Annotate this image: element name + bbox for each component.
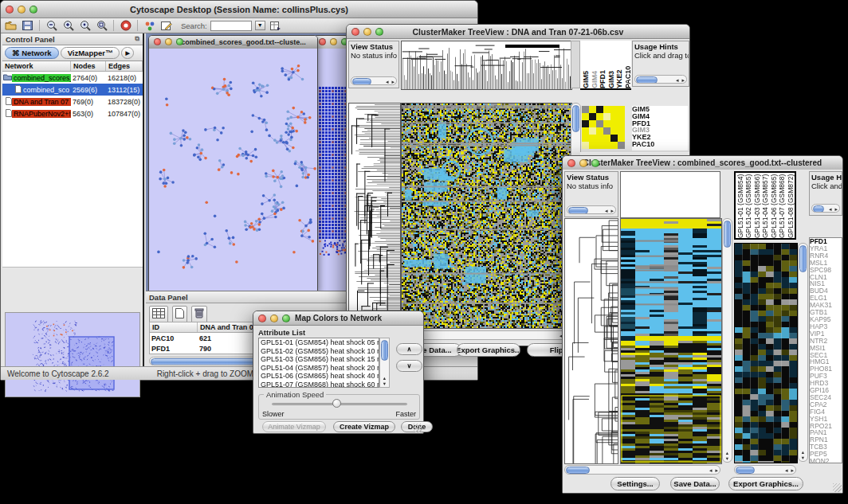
network-col-nodes[interactable]: Nodes [71, 61, 106, 71]
treeview2-title: ClusterMaker TreeView : combined_scores_… [583, 158, 822, 167]
tv1-heatmap-hscrollbar[interactable]: ◂ ▸ [401, 330, 571, 340]
attribute-item[interactable]: GPL51-06 (GSM865) heat shock 40 min [259, 372, 379, 381]
treeview1-titlebar[interactable]: ClusterMaker TreeView : DNA and Tran 07-… [347, 25, 689, 39]
network-name: combined_scores_ [12, 74, 71, 82]
animation-speed-label: Animation Speed [264, 390, 326, 399]
minimize-button[interactable] [165, 38, 172, 45]
data-panel-toolbar [149, 306, 207, 323]
tv1-status-hscrollbar[interactable]: ◂ ▸ [351, 76, 397, 85]
zoom-button[interactable] [282, 315, 290, 322]
zoom-button[interactable] [176, 38, 183, 45]
vizmapper-icon[interactable] [143, 20, 156, 32]
minimize-button[interactable] [363, 28, 371, 36]
network-row[interactable]: RNAPuberNov2+!563(0)107847(0) [2, 107, 143, 119]
network-row[interactable]: combined_sco2569(6)13112(15) [2, 84, 143, 96]
attribute-item[interactable]: GPL51-04 (GSM857) heat shock 20 min [259, 364, 379, 373]
network-col-network[interactable]: Network [2, 61, 71, 71]
resize-grip[interactable] [833, 483, 842, 492]
network-canvas[interactable] [149, 49, 317, 291]
tv1-detail-cell [596, 120, 603, 127]
close-button[interactable] [319, 38, 326, 45]
move-down-button[interactable]: ∨ [396, 360, 422, 372]
close-button[interactable] [351, 28, 359, 36]
tab-network[interactable]: ⌘ Network [5, 47, 59, 59]
search-dropdown-icon[interactable]: ▼ [255, 21, 265, 30]
attribute-item[interactable]: GPL51-07 (GSM868) heat shock 60 min [259, 381, 379, 389]
attribute-list-vscrollbar[interactable]: ▴▾ [379, 338, 390, 388]
tab-vizmapper[interactable]: VizMapper™ [61, 47, 120, 59]
search-input[interactable] [210, 21, 252, 31]
tv1-detail-heatmap[interactable] [582, 106, 625, 149]
tv1-row-label: PAC10 [632, 141, 688, 148]
float-panel-icon[interactable]: ⧉ [135, 35, 139, 43]
slider-thumb[interactable] [332, 399, 341, 408]
dialog-titlebar[interactable]: Map Colors to Network [253, 311, 423, 326]
tv2-column-tree-area[interactable] [620, 171, 720, 218]
close-button[interactable] [258, 315, 266, 322]
tv1-column-dendrogram[interactable] [401, 41, 572, 90]
attribute-grid-icon[interactable] [149, 306, 168, 323]
save-disk-icon[interactable] [21, 20, 34, 32]
tv1-detail-cell [618, 120, 625, 127]
birdseye-canvas[interactable] [6, 313, 139, 397]
zoom-button[interactable] [29, 6, 37, 14]
tv2-gene-dendrogram[interactable] [564, 218, 618, 464]
tv1-gene-dendrogram[interactable] [348, 103, 401, 329]
close-button[interactable] [6, 6, 14, 14]
zoom-fit-icon[interactable] [78, 20, 92, 32]
delete-attribute-icon[interactable] [191, 306, 207, 323]
zoom-button[interactable] [591, 159, 599, 167]
network-col-edges[interactable]: Edges [106, 61, 143, 71]
tv1-heatmap[interactable] [401, 103, 572, 329]
new-attribute-icon[interactable] [172, 306, 187, 323]
attribute-item[interactable]: GPL51-03 (GSM856) heat shock 15 min [259, 355, 379, 364]
tv1-col-label: PFD1 [599, 41, 607, 88]
tv2-status-hscrollbar[interactable]: ◂ ▸ [567, 205, 616, 214]
tab-[interactable]: ▶ [121, 47, 133, 59]
tv1-hints-hscrollbar[interactable]: ◂ ▸ [634, 75, 687, 84]
import-table-icon[interactable] [269, 20, 282, 32]
zoom-out-icon[interactable] [45, 20, 58, 32]
open-folder-icon[interactable] [4, 20, 18, 32]
tv1-detail-cell [618, 113, 625, 120]
network-window[interactable]: combined_scores_good.txt--cluste... [148, 35, 318, 291]
tv2-heatmap-vscrollbar[interactable]: ▴▾ [722, 218, 732, 463]
attribute-item[interactable]: GPL51-02 (GSM855) heat shock 10 min [259, 347, 379, 356]
tv2-detail-heatmap[interactable] [734, 243, 798, 463]
minimize-button[interactable] [330, 38, 337, 45]
treeview2-titlebar[interactable]: ClusterMaker TreeView : combined_scores_… [563, 156, 842, 170]
zoom-in-icon[interactable] [61, 20, 75, 32]
minimize-button[interactable] [18, 6, 26, 14]
move-up-button[interactable]: ∧ [396, 343, 422, 355]
network-row[interactable]: combined_scores_2764(0)16218(0) [2, 72, 143, 84]
attribute-list[interactable]: GPL51-01 (GSM854) heat shock 05 minGPL51… [258, 338, 379, 388]
birdseye-view[interactable] [5, 312, 140, 397]
window-controls [6, 6, 37, 14]
dialog-button-animate-vizmap[interactable]: Animate Vizmap [262, 421, 326, 432]
tv2-heatmap[interactable] [620, 218, 722, 464]
network-row[interactable]: DNA and Tran 07769(0)183728(0) [2, 96, 143, 107]
tv2-button-settings[interactable]: Settings... [610, 477, 660, 490]
close-button[interactable] [154, 38, 161, 45]
help-ring-icon[interactable] [119, 20, 132, 32]
tv2-button-save-data[interactable]: Save Data... [670, 477, 720, 490]
edit-network-icon[interactable] [159, 20, 173, 32]
tv2-detail-hscrollbar[interactable]: ◂ ▸ [734, 465, 796, 475]
zoom-button[interactable] [375, 28, 383, 36]
main-titlebar[interactable]: Cytoscape Desktop (Session Name: collins… [1, 1, 477, 18]
zoom-selected-icon[interactable] [95, 20, 108, 32]
network-window-titlebar[interactable]: combined_scores_good.txt--cluste... [149, 36, 317, 49]
tv1-detail-cell [582, 113, 589, 120]
tv2-detail-vscrollbar[interactable]: ▴▾ [798, 243, 808, 462]
data-col-id[interactable]: ID [150, 322, 198, 332]
tv1-button-export-graphics[interactable]: Export Graphics... [457, 343, 520, 357]
tv2-heatmap-hscrollbar[interactable]: ◂ ▸ [564, 465, 720, 475]
minimize-button[interactable] [579, 159, 587, 167]
tv2-hints-hscrollbar[interactable]: ◂ ▸ [811, 204, 840, 213]
minimize-button[interactable] [270, 315, 278, 322]
attribute-item[interactable]: GPL51-01 (GSM854) heat shock 05 min [259, 338, 379, 347]
dialog-button-create-vizmap[interactable]: Create Vizmap [333, 421, 395, 432]
tv2-button-export-graphics[interactable]: Export Graphics... [728, 477, 803, 490]
close-button[interactable] [567, 159, 575, 167]
resize-grip[interactable] [414, 424, 422, 432]
